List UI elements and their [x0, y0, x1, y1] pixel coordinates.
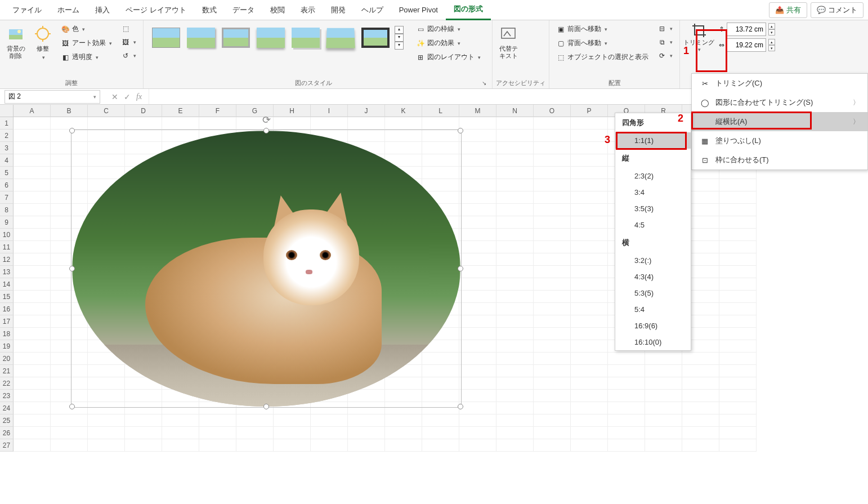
cell[interactable] [125, 439, 162, 452]
cell[interactable] [571, 204, 608, 216]
cell[interactable] [14, 390, 51, 402]
cell[interactable] [719, 427, 757, 439]
cell[interactable] [496, 353, 534, 365]
cell[interactable] [459, 340, 496, 353]
cell[interactable] [608, 377, 645, 390]
picture-border-button[interactable]: ▭図の枠線▾ [413, 23, 484, 35]
cell[interactable] [571, 241, 608, 253]
cell[interactable] [236, 427, 274, 439]
cell[interactable] [459, 241, 496, 253]
cell[interactable] [571, 229, 608, 241]
aspect-16-10[interactable]: 16:10(0) [615, 334, 691, 350]
cell[interactable] [496, 130, 534, 142]
row-header-6[interactable]: 6 [0, 179, 14, 191]
row-header-4[interactable]: 4 [0, 154, 14, 167]
cell[interactable] [534, 353, 571, 365]
aspect-3-5[interactable]: 3:5(3) [615, 200, 691, 217]
selection-pane-button[interactable]: ⬚オブジェクトの選択と表示 [553, 51, 652, 64]
row-header-24[interactable]: 24 [0, 402, 14, 414]
cell[interactable] [88, 427, 125, 439]
bring-forward-button[interactable]: ▣前面へ移動▾ [553, 23, 652, 35]
row-header-16[interactable]: 16 [0, 303, 14, 315]
cell[interactable] [534, 427, 571, 439]
width-down[interactable]: ▾ [768, 45, 775, 51]
remove-background-button[interactable]: 背景の 削除 [3, 23, 28, 62]
col-header-M[interactable]: M [459, 105, 496, 117]
cell[interactable] [571, 253, 608, 266]
cell[interactable] [459, 377, 496, 390]
cell[interactable] [534, 278, 571, 291]
tab-view[interactable]: 表示 [293, 1, 323, 20]
row-header-11[interactable]: 11 [0, 241, 14, 253]
cell[interactable] [459, 278, 496, 291]
cell[interactable] [496, 216, 534, 229]
cell[interactable] [571, 390, 608, 402]
reset-picture-button[interactable]: ↺▾ [118, 50, 140, 62]
cell[interactable] [14, 142, 51, 154]
style-thumb-4[interactable] [255, 26, 287, 50]
row-header-3[interactable]: 3 [0, 142, 14, 154]
cell[interactable] [719, 439, 757, 452]
tab-review[interactable]: 校閲 [262, 1, 293, 20]
width-input[interactable] [727, 38, 766, 52]
picture-layout-button[interactable]: ⊞図のレイアウト▾ [413, 51, 484, 64]
picture-effects-button[interactable]: ✨図の効果▾ [413, 37, 484, 50]
cell[interactable] [459, 365, 496, 377]
tab-help[interactable]: ヘルプ [354, 1, 391, 20]
cell[interactable] [608, 365, 645, 377]
cell[interactable] [14, 291, 51, 303]
cell[interactable] [14, 216, 51, 229]
col-header-P[interactable]: P [571, 105, 608, 117]
cell[interactable] [571, 414, 608, 427]
cell[interactable] [496, 278, 534, 291]
tab-pagelayout[interactable]: ページ レイアウト [118, 1, 194, 20]
cell[interactable] [534, 253, 571, 266]
tab-file[interactable]: ファイル [5, 1, 50, 20]
col-header-N[interactable]: N [496, 105, 534, 117]
cell[interactable] [199, 427, 236, 439]
row-header-20[interactable]: 20 [0, 353, 14, 365]
cell[interactable] [236, 439, 274, 452]
row-header-10[interactable]: 10 [0, 229, 14, 241]
cell[interactable] [719, 191, 757, 204]
cell[interactable] [14, 191, 51, 204]
col-header-E[interactable]: E [162, 105, 199, 117]
select-all-corner[interactable] [0, 105, 14, 117]
cell[interactable] [534, 390, 571, 402]
cell[interactable] [682, 414, 719, 427]
cell[interactable] [348, 439, 385, 452]
styles-launcher[interactable]: ↘ [480, 80, 489, 86]
cell[interactable] [571, 365, 608, 377]
cell[interactable] [385, 439, 422, 452]
handle-tc[interactable] [263, 128, 269, 133]
aspect-2-3[interactable]: 2:3(2) [615, 168, 691, 184]
cell[interactable] [496, 414, 534, 427]
cell[interactable] [459, 390, 496, 402]
cell[interactable] [645, 365, 682, 377]
cell[interactable] [534, 377, 571, 390]
cell[interactable] [571, 216, 608, 229]
col-header-A[interactable]: A [14, 105, 51, 117]
cell[interactable] [162, 439, 199, 452]
cell[interactable] [14, 278, 51, 291]
fx-button[interactable]: fx [136, 92, 142, 101]
cell[interactable] [162, 427, 199, 439]
cell[interactable] [125, 414, 162, 427]
cell[interactable] [385, 117, 422, 130]
cell[interactable] [496, 266, 534, 278]
cell[interactable] [534, 328, 571, 340]
cell[interactable] [571, 328, 608, 340]
cell[interactable] [422, 414, 459, 427]
cell[interactable] [571, 278, 608, 291]
cell[interactable] [571, 291, 608, 303]
style-thumb-2[interactable] [185, 26, 217, 50]
cell[interactable] [571, 427, 608, 439]
cell[interactable] [125, 117, 162, 130]
row-header-9[interactable]: 9 [0, 216, 14, 229]
tab-developer[interactable]: 開発 [323, 1, 354, 20]
cell[interactable] [51, 427, 88, 439]
cell[interactable] [608, 427, 645, 439]
cell[interactable] [496, 253, 534, 266]
cell[interactable] [14, 266, 51, 278]
row-header-27[interactable]: 27 [0, 439, 14, 452]
